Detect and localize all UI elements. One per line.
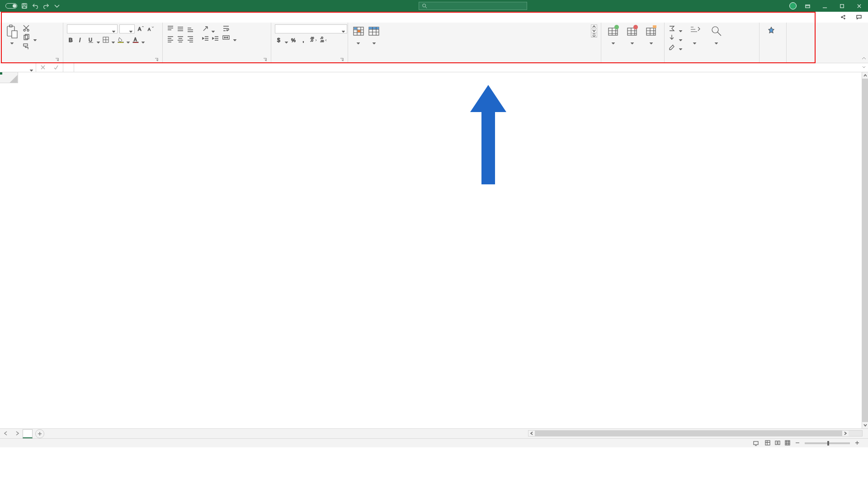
comma-format-icon[interactable]: , bbox=[300, 36, 308, 44]
ribbon-tabs bbox=[0, 12, 868, 23]
borders-icon[interactable] bbox=[102, 36, 110, 44]
fx-icon[interactable] bbox=[63, 63, 74, 72]
horizontal-scrollbar[interactable] bbox=[528, 430, 863, 436]
expand-formula-bar-icon[interactable] bbox=[860, 65, 868, 70]
align-top-icon[interactable] bbox=[166, 25, 175, 33]
increase-indent-icon[interactable] bbox=[212, 35, 220, 43]
number-format-selector[interactable] bbox=[275, 24, 347, 33]
zoom-slider[interactable] bbox=[805, 442, 850, 444]
svg-rect-33 bbox=[358, 30, 360, 32]
svg-rect-45 bbox=[775, 441, 777, 445]
bold-icon[interactable]: B bbox=[67, 36, 75, 44]
number-launcher-icon[interactable] bbox=[340, 57, 344, 62]
decrease-indent-icon[interactable] bbox=[202, 35, 210, 43]
group-editing bbox=[665, 23, 760, 63]
copy-button[interactable] bbox=[23, 33, 37, 42]
style-gallery-scroll[interactable] bbox=[591, 24, 597, 38]
underline-icon[interactable]: U bbox=[87, 36, 95, 44]
accounting-format-icon[interactable]: $ bbox=[275, 36, 283, 44]
increase-decimal-icon[interactable]: .0.00 bbox=[310, 36, 318, 44]
add-sheet-icon[interactable] bbox=[35, 429, 44, 438]
svg-point-9 bbox=[24, 29, 25, 31]
collapse-ribbon-icon[interactable] bbox=[860, 23, 868, 63]
comments-button[interactable] bbox=[852, 14, 868, 20]
view-page-layout-icon[interactable] bbox=[775, 440, 780, 446]
svg-point-39 bbox=[633, 25, 638, 29]
redo-icon[interactable] bbox=[42, 2, 50, 9]
enter-formula-icon[interactable] bbox=[53, 65, 59, 71]
merge-center-button[interactable] bbox=[222, 33, 236, 42]
svg-rect-43 bbox=[754, 441, 758, 445]
search-icon bbox=[422, 3, 427, 9]
spreadsheet-grid[interactable] bbox=[0, 72, 868, 428]
increase-font-icon[interactable]: A bbox=[137, 25, 145, 33]
sheet-nav-next-icon[interactable] bbox=[15, 431, 19, 436]
align-center-icon[interactable] bbox=[176, 35, 184, 43]
alignment-launcher-icon[interactable] bbox=[263, 57, 267, 62]
format-cells-button[interactable] bbox=[643, 24, 659, 45]
align-middle-icon[interactable] bbox=[176, 25, 184, 33]
account-avatar[interactable] bbox=[789, 2, 797, 9]
search-box[interactable] bbox=[419, 2, 527, 10]
clipboard-launcher-icon[interactable] bbox=[55, 57, 59, 62]
share-button[interactable] bbox=[835, 14, 852, 20]
zoom-out-icon[interactable] bbox=[795, 440, 800, 446]
align-right-icon[interactable] bbox=[186, 35, 194, 43]
undo-icon[interactable] bbox=[32, 2, 39, 9]
svg-text:.00: .00 bbox=[320, 40, 324, 42]
vertical-scrollbar[interactable] bbox=[862, 72, 868, 428]
maximize-icon[interactable] bbox=[835, 1, 848, 10]
view-normal-icon[interactable] bbox=[765, 440, 770, 446]
conditional-formatting-button[interactable] bbox=[352, 24, 365, 45]
sheet-nav-prev-icon[interactable] bbox=[4, 431, 8, 436]
svg-text:U: U bbox=[89, 37, 92, 42]
align-left-icon[interactable] bbox=[166, 35, 175, 43]
svg-rect-2 bbox=[23, 6, 26, 8]
svg-rect-4 bbox=[805, 5, 809, 7]
sort-filter-button[interactable] bbox=[685, 24, 704, 45]
close-icon[interactable] bbox=[853, 1, 865, 10]
cut-button[interactable] bbox=[23, 24, 37, 33]
display-settings-button[interactable] bbox=[753, 441, 760, 446]
svg-point-10 bbox=[27, 29, 29, 31]
svg-text:B: B bbox=[69, 37, 73, 43]
font-color-icon[interactable]: A bbox=[132, 36, 140, 44]
sheet-tab-bar bbox=[0, 428, 868, 438]
select-all-corner[interactable] bbox=[0, 72, 18, 83]
decrease-font-icon[interactable]: A bbox=[146, 25, 155, 33]
cancel-formula-icon[interactable] bbox=[40, 65, 46, 71]
fill-button[interactable] bbox=[668, 33, 682, 42]
font-name-selector[interactable] bbox=[67, 24, 118, 33]
svg-point-42 bbox=[712, 27, 718, 33]
percent-format-icon[interactable]: % bbox=[290, 36, 298, 44]
decrease-decimal-icon[interactable]: .0.00 bbox=[320, 36, 328, 44]
insert-cells-button[interactable] bbox=[605, 24, 621, 45]
zoom-in-icon[interactable] bbox=[854, 440, 860, 446]
font-size-selector[interactable] bbox=[119, 24, 135, 33]
view-page-break-icon[interactable] bbox=[785, 440, 790, 446]
minimize-icon[interactable] bbox=[818, 1, 831, 10]
save-icon[interactable] bbox=[21, 2, 28, 9]
ribbon-display-options-icon[interactable] bbox=[801, 1, 814, 10]
autosum-button[interactable] bbox=[668, 24, 682, 33]
format-as-table-button[interactable] bbox=[368, 24, 380, 45]
delete-cells-button[interactable] bbox=[624, 24, 640, 45]
ideas-button[interactable] bbox=[763, 24, 779, 40]
svg-rect-47 bbox=[785, 441, 790, 445]
svg-text:A: A bbox=[148, 27, 151, 32]
autosave-toggle[interactable] bbox=[4, 3, 17, 9]
paste-button[interactable] bbox=[4, 24, 20, 45]
clear-button[interactable] bbox=[668, 42, 682, 51]
qat-customize-icon[interactable] bbox=[53, 2, 61, 9]
name-box[interactable] bbox=[0, 63, 36, 72]
find-select-button[interactable] bbox=[707, 24, 726, 45]
italic-icon[interactable]: I bbox=[77, 36, 85, 44]
orientation-icon[interactable] bbox=[202, 25, 210, 33]
align-bottom-icon[interactable] bbox=[186, 25, 194, 33]
tab-file[interactable] bbox=[0, 12, 9, 23]
wrap-text-button[interactable] bbox=[222, 24, 236, 33]
sheet-tab-sales[interactable] bbox=[23, 429, 33, 438]
font-launcher-icon[interactable] bbox=[154, 57, 159, 62]
fill-color-icon[interactable] bbox=[117, 36, 125, 44]
format-painter-button[interactable] bbox=[23, 42, 37, 51]
